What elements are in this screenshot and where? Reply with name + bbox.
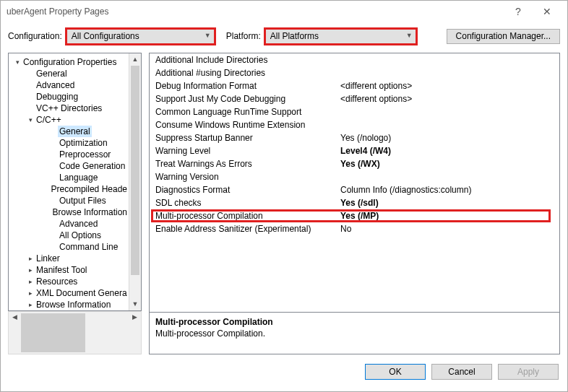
property-name: Treat Warnings As Errors	[150, 157, 337, 170]
tree-label: XML Document Genera	[35, 287, 129, 299]
property-row[interactable]: Additional Include Directories	[150, 53, 559, 66]
property-value[interactable]: Yes (/sdl)	[337, 196, 559, 209]
property-value[interactable]: Yes (/MP)	[337, 209, 559, 222]
tree-label: General	[58, 126, 92, 137]
tree-node[interactable]: ▸Linker	[9, 253, 129, 264]
tree-node[interactable]: Optimization	[9, 137, 129, 149]
tree-label: Browse Information	[51, 206, 129, 218]
tree-node[interactable]: All Options	[9, 230, 129, 241]
property-row[interactable]: Warning Version	[150, 170, 559, 183]
tree-label: All Options	[58, 230, 103, 241]
tree-node[interactable]: Language	[9, 172, 129, 183]
property-value[interactable]: Yes (/WX)	[337, 157, 559, 170]
property-name: Support Just My Code Debugging	[150, 92, 337, 105]
property-value[interactable]: No	[337, 222, 559, 235]
property-row[interactable]: Warning LevelLevel4 (/W4)	[150, 144, 559, 157]
property-value[interactable]	[337, 66, 559, 79]
collapse-icon[interactable]: ▾	[13, 56, 22, 68]
scroll-left-icon[interactable]: ◀	[9, 312, 21, 354]
property-row[interactable]: Suppress Startup BannerYes (/nologo)	[150, 131, 559, 144]
configuration-combo[interactable]: All Configurations ▼	[66, 29, 215, 44]
tree-node[interactable]: ▾C/C++	[9, 114, 129, 126]
tree-node[interactable]: Command Line	[9, 241, 129, 253]
tree-node[interactable]: General	[9, 126, 129, 137]
property-name: Common Language RunTime Support	[150, 105, 337, 118]
tree-node[interactable]: ▸XML Document Genera	[9, 287, 129, 299]
scroll-down-icon[interactable]: ▼	[129, 298, 141, 310]
tree-node[interactable]: General	[9, 68, 129, 79]
property-grid[interactable]: Additional Include DirectoriesAdditional…	[150, 53, 559, 312]
property-value[interactable]: Yes (/nologo)	[337, 131, 559, 144]
tree-label: C/C++	[35, 114, 63, 126]
property-tree[interactable]: ▾Configuration PropertiesGeneralAdvanced…	[9, 53, 129, 310]
platform-combo[interactable]: All Platforms ▼	[265, 29, 416, 44]
expand-icon[interactable]: ▸	[26, 276, 35, 287]
property-row[interactable]: Common Language RunTime Support	[150, 105, 559, 118]
titlebar: uberAgent Property Pages ? ✕	[1, 1, 567, 22]
property-name: Diagnostics Format	[150, 183, 337, 196]
tree-node[interactable]: ▾Configuration Properties	[9, 56, 129, 68]
property-row[interactable]: SDL checksYes (/sdl)	[150, 196, 559, 209]
property-name: Additional #using Directories	[150, 66, 337, 79]
tree-horizontal-scrollbar[interactable]: ◀ ▶	[8, 311, 142, 354]
property-name: Warning Level	[150, 144, 337, 157]
tree-node[interactable]: Output Files	[9, 195, 129, 206]
expand-icon[interactable]: ▸	[26, 253, 35, 264]
tree-node[interactable]: Browse Information	[9, 206, 129, 218]
help-button[interactable]: ?	[504, 6, 533, 17]
property-value[interactable]: <different options>	[337, 79, 559, 92]
expand-icon[interactable]: ▸	[26, 287, 35, 299]
cancel-button[interactable]: Cancel	[431, 364, 492, 380]
tree-node[interactable]: VC++ Directories	[9, 103, 129, 114]
configuration-manager-button[interactable]: Configuration Manager...	[447, 29, 560, 44]
property-row[interactable]: Additional #using Directories	[150, 66, 559, 79]
property-row[interactable]: Consume Windows Runtime Extension	[150, 118, 559, 131]
property-row[interactable]: Debug Information Format<different optio…	[150, 79, 559, 92]
tree-label: Precompiled Heade	[50, 183, 129, 195]
property-value[interactable]	[337, 118, 559, 131]
property-name: Debug Information Format	[150, 79, 337, 92]
property-value[interactable]	[337, 105, 559, 118]
property-value[interactable]: Level4 (/W4)	[337, 144, 559, 157]
property-name: SDL checks	[150, 196, 337, 209]
close-button[interactable]: ✕	[533, 6, 561, 17]
tree-node[interactable]: Advanced	[9, 79, 129, 91]
chevron-down-icon: ▼	[406, 32, 413, 39]
expand-icon[interactable]: ▸	[26, 299, 35, 310]
property-row[interactable]: Enable Address Sanitizer (Experimental)N…	[150, 222, 559, 235]
tree-node[interactable]: ▸Resources	[9, 276, 129, 287]
scrollbar-thumb[interactable]	[21, 313, 85, 352]
collapse-icon[interactable]: ▾	[26, 114, 35, 126]
property-row[interactable]: Support Just My Code Debugging<different…	[150, 92, 559, 105]
expand-icon[interactable]: ▸	[26, 264, 35, 276]
tree-node[interactable]: ▸Manifest Tool	[9, 264, 129, 276]
tree-label: Advanced	[58, 218, 99, 230]
scroll-up-icon[interactable]: ▲	[129, 53, 141, 66]
tree-node[interactable]: Precompiled Heade	[9, 183, 129, 195]
tree-node[interactable]: Advanced	[9, 218, 129, 230]
tree-label: VC++ Directories	[35, 103, 103, 114]
property-value[interactable]	[337, 53, 559, 66]
scrollbar-thumb[interactable]	[131, 66, 139, 275]
chevron-down-icon: ▼	[205, 32, 211, 39]
scroll-right-icon[interactable]: ▶	[129, 312, 141, 354]
tree-node[interactable]: Code Generation	[9, 160, 129, 172]
tree-vertical-scrollbar[interactable]: ▲ ▼	[129, 53, 141, 310]
property-row[interactable]: Diagnostics FormatColumn Info (/diagnost…	[150, 183, 559, 196]
tree-label: General	[35, 68, 69, 79]
ok-button[interactable]: OK	[365, 364, 426, 380]
property-row[interactable]: Multi-processor CompilationYes (/MP)	[150, 209, 559, 222]
tree-node[interactable]: ▸Browse Information	[9, 299, 129, 310]
tree-node[interactable]: Preprocessor	[9, 149, 129, 160]
configuration-label: Configuration:	[8, 31, 62, 41]
property-value[interactable]: Column Info (/diagnostics:column)	[337, 183, 559, 196]
tree-node[interactable]: Debugging	[9, 91, 129, 103]
toolbar: Configuration: All Configurations ▼ Plat…	[1, 22, 567, 50]
apply-button[interactable]: Apply	[498, 364, 559, 380]
property-value[interactable]: <different options>	[337, 92, 559, 105]
tree-label: Browse Information	[35, 299, 112, 310]
tree-label: Code Generation	[58, 160, 126, 172]
property-row[interactable]: Treat Warnings As ErrorsYes (/WX)	[150, 157, 559, 170]
property-value[interactable]	[337, 170, 559, 183]
configuration-value: All Configurations	[72, 31, 139, 41]
